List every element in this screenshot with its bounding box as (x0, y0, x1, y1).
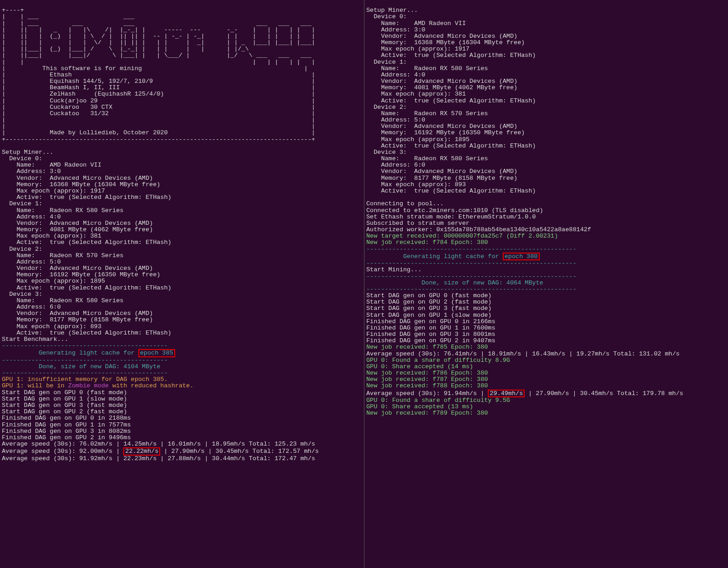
device-active: Active: true (Selected Algorithm: ETHash… (2, 239, 172, 246)
device-header: Device 2: (2, 246, 42, 253)
new-job: New job received: f785 Epoch: 380 (366, 344, 488, 350)
avg-speed-post: | 27.90mh/s | 30.45mh/s Total: 172.57 mh… (160, 448, 318, 455)
device-memory: Memory: 16192 MByte (16350 MByte free) (2, 271, 160, 278)
device-address: Address: 5:0 (366, 117, 425, 123)
device-active: Active: true (Selected Algorithm: ETHash… (366, 142, 536, 149)
dag-finished: Finished DAG gen on GPU 2 in 9496ms (2, 434, 131, 441)
zombie-mode-text: Zombie mode (68, 382, 109, 389)
device-maxepoch: Max epoch (approx): 893 (2, 323, 101, 330)
ascii-art-line: | ||___| (_) |___| / \ |_-_| | | | | | |… (2, 46, 249, 52)
device-address: Address: 6:0 (2, 304, 61, 310)
device-vendor: Vendor: Advanced Micro Devices (AMD) (366, 33, 517, 40)
device-memory: Memory: 4081 MByte (4062 MByte free) (366, 84, 517, 91)
epoch-highlight: epoch 385 (138, 349, 175, 357)
right-terminal: Setup Miner... Device 0: Name: AMD Radeo… (364, 0, 728, 568)
share-found: GPU 0: Found a share of difficulty 8.9G (366, 357, 510, 364)
ascii-art-line: | || | | | \/ | || || | | | | _| | | _ |… (2, 39, 315, 46)
separator: ----------------------------------------… (2, 342, 168, 349)
setup-title: Setup Miner... (2, 149, 53, 156)
device-active: Active: true (Selected Algorithm: ETHash… (366, 52, 536, 59)
device-maxepoch: Max epoch (approx): 1895 (2, 278, 105, 284)
dag-gen: Start DAG gen on GPU 0 (fast mode) (366, 292, 491, 299)
device-name: Name: Radeon RX 580 Series (2, 297, 123, 304)
avg-speed-post: | 27.90mh/s | 30.45mh/s Total: 179.78 mh… (525, 390, 683, 397)
separator: ----------------------------------------… (2, 370, 168, 376)
dag-gen: Start DAG gen on GPU 3 (fast mode) (2, 402, 127, 409)
device-header: Device 2: (366, 104, 407, 111)
avg-speed: Average speed (30s): 76.02mh/s | 14.25mh… (2, 441, 315, 447)
avg-speed: Average speed (30s): 76.41mh/s | 18.91mh… (366, 350, 680, 357)
device-address: Address: 6:0 (366, 162, 425, 168)
device-active: Active: true (Selected Algorithm: ETHash… (2, 284, 172, 291)
dag-finished: Finished DAG gen on GPU 0 in 2166ms (366, 318, 495, 325)
gen-cache-pre: Generating light cache for (2, 350, 138, 356)
device-header: Device 3: (2, 291, 42, 298)
device-vendor: Vendor: Advanced Micro Devices (AMD) (2, 310, 153, 317)
start-mining: Start Mining... (366, 266, 422, 273)
device-name: Name: Radeon RX 580 Series (366, 65, 488, 72)
separator: ----------------------------------------… (366, 273, 576, 280)
start-benchmark: Start Benchmark... (2, 336, 68, 343)
warning-mem: GPU 1: insufficient memory for DAG epoch… (2, 376, 168, 383)
device-header: Device 0: (2, 155, 42, 162)
info-line: | Cuck(ar)oo 29 | (2, 97, 315, 104)
dag-finished: Finished DAG gen on GPU 1 in 7600ms (366, 325, 495, 331)
new-job: New job received: f786 Epoch: 380 (366, 370, 488, 376)
device-maxepoch: Max epoch (approx): 1917 (366, 46, 470, 52)
share-found: GPU 0: Found a share of difficulty 9.5G (366, 397, 510, 404)
avg-speed-pre: Average speed (30s): 92.00mh/s | (2, 448, 123, 455)
device-vendor: Vendor: Advanced Micro Devices (AMD) (2, 265, 153, 272)
device-address: Address: 4:0 (2, 213, 61, 220)
new-job: New job received: f787 Epoch: 380 (366, 376, 488, 383)
device-name: Name: AMD Radeon VII (366, 20, 466, 27)
setup-title: Setup Miner... (366, 7, 418, 14)
device-maxepoch: Max epoch (approx): 893 (366, 181, 466, 188)
device-memory: Memory: 16192 MByte (16350 MByte free) (366, 129, 525, 136)
device-vendor: Vendor: Advanced Micro Devices (AMD) (366, 123, 517, 130)
separator: ----------------------------------------… (366, 286, 576, 293)
info-line: | | (2, 123, 315, 130)
dag-finished: Finished DAG gen on GPU 3 in 8082ms (2, 428, 131, 435)
device-vendor: Vendor: Advanced Micro Devices (AMD) (2, 175, 153, 182)
device-name: Name: AMD Radeon VII (2, 162, 101, 168)
avg-speed: Average speed (30s): 91.92mh/s | 22.23mh… (2, 455, 315, 462)
device-memory: Memory: 8177 MByte (8158 MByte free) (2, 316, 153, 323)
done-dag: Done, size of new DAG: 4104 MByte (2, 363, 160, 370)
share-accepted: GPU 0: Share accepted (14 ms) (366, 363, 473, 370)
info-line: | Cuckaroo 30 CTX | (2, 104, 315, 111)
ascii-art-line: | | ___ ___ ___ ___ ___ ___ (2, 20, 312, 27)
info-line: | This software is for mining | (2, 65, 308, 72)
device-header: Device 0: (366, 13, 407, 20)
device-active: Active: true (Selected Algorithm: ETHash… (366, 188, 536, 194)
stratum-mode: Set Ethash stratum mode: EthereumStratum… (366, 213, 536, 220)
subscribed: Subscribed to stratum server (366, 220, 470, 227)
device-maxepoch: Max epoch (approx): 1917 (2, 188, 105, 194)
separator: ----------------------------------------… (366, 246, 576, 253)
dag-gen: Start DAG gen on GPU 0 (fast mode) (2, 389, 127, 396)
device-address: Address: 3:0 (366, 26, 425, 33)
author-line: | Made by Lolliedieb, October 2020 | (2, 129, 315, 136)
ascii-art-line: | | | | | | | | (2, 59, 315, 66)
warning-zombie-post: with reduced hashrate. (109, 382, 193, 389)
device-header: Device 1: (366, 59, 407, 66)
hashrate-highlight: 22.22mh/s (123, 447, 160, 456)
info-line: | Cuckatoo 31/32 | (2, 110, 315, 117)
device-vendor: Vendor: Advanced Micro Devices (AMD) (2, 220, 153, 227)
device-name: Name: Radeon RX 580 Series (366, 155, 488, 162)
info-line: | Ethash | (2, 71, 315, 78)
device-memory: Memory: 4081 MByte (4062 MByte free) (2, 226, 153, 233)
device-address: Address: 3:0 (2, 168, 61, 175)
device-name: Name: Radeon RX 570 Series (366, 110, 488, 117)
hashrate-highlight: 29.49mh/s (488, 390, 525, 398)
dag-gen: Start DAG gen on GPU 2 (fast mode) (366, 299, 491, 305)
separator: ----------------------------------------… (366, 260, 576, 267)
device-memory: Memory: 8177 MByte (8158 MByte free) (366, 175, 517, 182)
done-dag: Done, size of new DAG: 4064 MByte (366, 279, 543, 286)
dag-finished: Finished DAG gen on GPU 0 in 2188ms (2, 415, 131, 421)
ascii-art-line: +----+ (2, 7, 24, 14)
warning-zombie-pre: GPU 1: will be in (2, 382, 68, 389)
new-job: New job received: f789 Epoch: 380 (366, 410, 488, 416)
share-accepted: GPU 0: Share accepted (13 ms) (366, 403, 473, 410)
separator: ----------------------------------------… (2, 357, 168, 364)
device-vendor: Vendor: Advanced Micro Devices (AMD) (366, 78, 517, 85)
